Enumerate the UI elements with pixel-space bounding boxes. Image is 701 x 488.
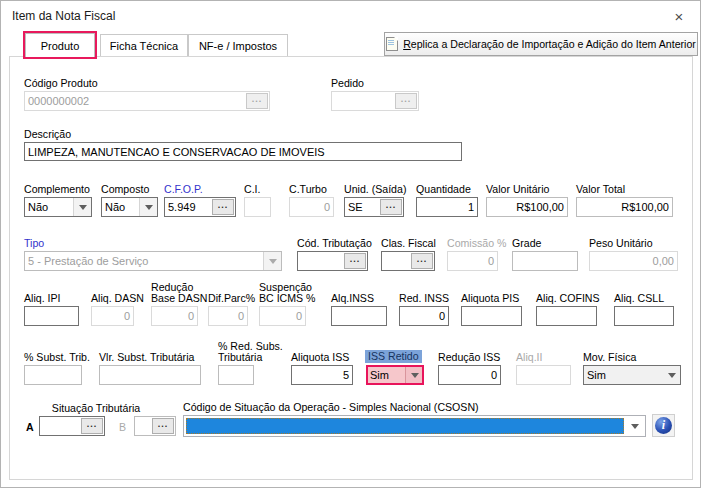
tab-nfe-impostos[interactable]: NF-e / Impostos [188, 34, 288, 56]
suspencao-bc-icms-value: 0 [296, 310, 302, 322]
valor-unitario-input[interactable]: R$100,00 [486, 197, 568, 217]
field-grade: Grade [512, 251, 578, 271]
dif-parc-value: 0 [238, 310, 244, 322]
chevron-down-icon[interactable] [663, 366, 680, 384]
unid-saida-input[interactable]: SE ... [344, 197, 404, 217]
reducao-base-dasn-value: 0 [188, 310, 194, 322]
close-icon[interactable]: × [668, 6, 690, 26]
peso-unitario-input[interactable]: 0,00 [589, 251, 678, 271]
suspencao-bc-icms-label: Suspenção BC ICMS % [259, 282, 321, 304]
iss-retido-select[interactable]: Sim [366, 365, 424, 385]
vlr-subst-trib-input[interactable] [99, 365, 201, 385]
field-aliq-cofins: Aliq. COFINS [536, 306, 597, 326]
csosn-info-button[interactable]: i [652, 414, 675, 437]
codigo-produto-input[interactable]: 0000000002 ... [24, 91, 270, 111]
aliq-ii-input[interactable] [516, 365, 571, 385]
complemento-value: Não [28, 201, 48, 213]
situacao-b-label: B [119, 421, 126, 433]
field-situacao-a: ... [39, 416, 105, 436]
cturbo-label: C.Turbo [289, 184, 327, 195]
tab-nfe-impostos-label: NF-e / Impostos [199, 40, 277, 52]
dialog-title: Item da Nota Fiscal [12, 9, 115, 23]
reducao-iss-input[interactable]: 0 [438, 365, 501, 385]
composto-value: Não [105, 201, 125, 213]
cod-tributacao-lookup-button[interactable]: ... [344, 253, 366, 269]
situacao-b-lookup-button[interactable]: ... [152, 418, 174, 434]
aliquota-pis-input[interactable] [461, 306, 522, 326]
aliquota-iss-input[interactable]: 5 [291, 365, 353, 385]
tipo-select[interactable]: 5 - Prestação de Serviço [24, 251, 282, 271]
field-alq-inss: Alq.INSS [331, 306, 387, 326]
alq-inss-input[interactable] [331, 306, 387, 326]
field-pct-subst-trib: % Subst. Trib. [24, 365, 82, 385]
situacao-a-lookup-button[interactable]: ... [81, 418, 103, 434]
field-pedido: Pedido ... [331, 91, 419, 111]
unid-saida-lookup-button[interactable]: ... [380, 199, 402, 215]
ci-input[interactable] [244, 197, 271, 217]
cod-tributacao-input[interactable]: ... [297, 251, 368, 271]
clas-fiscal-lookup-button[interactable]: ... [411, 253, 433, 269]
csosn-select[interactable] [183, 415, 646, 437]
clas-fiscal-input[interactable]: ... [381, 251, 435, 271]
field-aliq-ipi: Aliq. IPI [24, 306, 79, 326]
valor-unitario-label: Valor Unitário [486, 184, 549, 195]
field-situacao-b: ... [134, 416, 176, 436]
chevron-down-icon[interactable] [626, 418, 643, 434]
field-aliquota-iss: Aliquota ISS 5 [291, 365, 353, 385]
tipo-value: 5 - Prestação de Serviço [28, 255, 148, 267]
aliq-dasn-label: Aliq. DASN [91, 293, 144, 304]
chevron-down-icon[interactable] [139, 198, 157, 216]
pedido-input[interactable]: ... [331, 91, 419, 111]
valor-total-input[interactable]: R$100,00 [576, 197, 673, 217]
tab-ficha-tecnica[interactable]: Ficha Técnica [100, 34, 188, 56]
chevron-down-icon[interactable] [73, 198, 91, 216]
field-red-inss: Red. INSS 0 [399, 306, 449, 326]
iss-retido-value: Sim [370, 369, 389, 381]
grade-input[interactable] [512, 251, 578, 271]
ci-label: C.I. [244, 184, 260, 195]
replica-button-label: Replica a Declaração de Importação e Adi… [403, 38, 696, 50]
comissao-label: Comissão % [447, 238, 506, 249]
title-bar: Item da Nota Fiscal × [1, 1, 700, 31]
suspencao-bc-icms-input[interactable]: 0 [259, 306, 306, 326]
red-inss-input[interactable]: 0 [399, 306, 449, 326]
field-reducao-base-dasn: Redução Base DASN 0 [151, 306, 198, 326]
situacao-b-input[interactable]: ... [134, 416, 176, 436]
pct-subst-trib-input[interactable] [24, 365, 82, 385]
complemento-select[interactable]: Não [24, 197, 92, 217]
pedido-lookup-button[interactable]: ... [395, 93, 417, 109]
aliq-csll-input[interactable] [614, 306, 674, 326]
codigo-produto-value: 0000000002 [28, 95, 89, 107]
situacao-a-label: A [26, 421, 34, 433]
aliq-ipi-input[interactable] [24, 306, 79, 326]
item-nota-fiscal-dialog: Item da Nota Fiscal × Produto Ficha Técn… [0, 0, 701, 488]
aliq-cofins-input[interactable] [536, 306, 597, 326]
aliquota-pis-label: Aliquota PIS [461, 293, 519, 304]
replica-declaracao-button[interactable]: Replica a Declaração de Importação e Adi… [384, 32, 698, 56]
cfop-input[interactable]: 5.949 ... [164, 197, 236, 217]
comissao-input[interactable]: 0 [447, 251, 498, 271]
quantidade-input[interactable]: 1 [416, 197, 478, 217]
composto-select[interactable]: Não [101, 197, 158, 217]
situacao-a-input[interactable]: ... [39, 416, 105, 436]
dif-parc-input[interactable]: 0 [208, 306, 248, 326]
pct-red-subs-input[interactable] [218, 365, 254, 385]
cturbo-input[interactable]: 0 [289, 197, 334, 217]
descricao-label: Descrição [24, 129, 71, 140]
aliq-dasn-input[interactable]: 0 [91, 306, 134, 326]
valor-unitario-value: R$100,00 [516, 201, 564, 213]
tab-produto[interactable]: Produto [25, 33, 95, 57]
reducao-base-dasn-input[interactable]: 0 [151, 306, 198, 326]
valor-total-label: Valor Total [576, 184, 625, 195]
field-pct-red-subs: % Red. Subs. Tributária [218, 365, 254, 385]
mov-fisica-select[interactable]: Sim [583, 365, 681, 385]
pct-subst-trib-label: % Subst. Trib. [24, 352, 90, 363]
csosn-label: Código de Situação da Operação - Simples… [183, 402, 479, 413]
descricao-input[interactable]: LIMPEZA, MANUTENCAO E CONSERVACAO DE IMO… [24, 142, 462, 161]
cfop-lookup-button[interactable]: ... [212, 199, 234, 215]
codigo-produto-lookup-button[interactable]: ... [246, 93, 268, 109]
chevron-down-icon[interactable] [405, 367, 423, 383]
aliq-cofins-label: Aliq. COFINS [536, 293, 600, 304]
aliq-ipi-label: Aliq. IPI [24, 293, 61, 304]
peso-unitario-value: 0,00 [653, 255, 674, 267]
